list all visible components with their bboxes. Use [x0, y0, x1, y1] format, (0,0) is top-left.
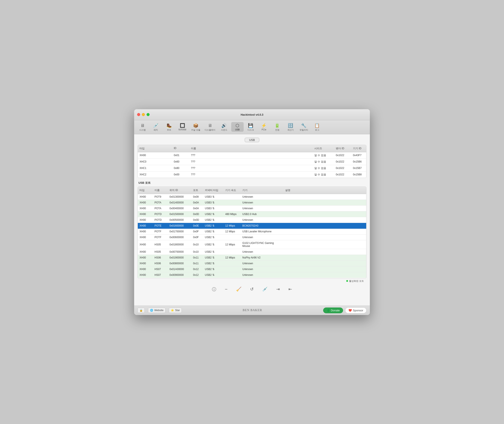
display-icon: 🖥 — [208, 123, 212, 128]
port-table-wrapper[interactable]: 타입 이름 위치 ID 포트 커넥터 타입 기기 속도 기기 설명 XH00 P… — [138, 187, 366, 279]
toolbar-item-log[interactable]: 📋 로그 — [311, 122, 323, 132]
sponsor-label: Sponsor — [353, 309, 363, 312]
cell-type: XHC0 — [138, 160, 172, 164]
import-button[interactable]: ⇥ — [276, 287, 280, 292]
lock-icon-button[interactable]: 🔒 — [138, 308, 145, 313]
toolbar-item-nvram[interactable]: 🔲 NVRAM — [176, 122, 189, 132]
usb-port-label: USB 포트 — [138, 181, 366, 185]
toolbar-label-system: 시스템 — [139, 129, 146, 131]
toolbar-label-usb: USB — [235, 129, 240, 131]
minimize-button[interactable] — [142, 113, 145, 116]
toolbar: 🖥 시스템 💉 패치 🥾 부트 🔲 NVRAM 📦 커널 모듈 🖥 디스플레이 … — [134, 120, 370, 134]
ph-port: 포트 — [191, 187, 203, 193]
nvram-icon: 🔲 — [180, 123, 185, 128]
donate-button[interactable]: 💲 Donate — [323, 307, 343, 313]
boot-icon: 🥾 — [166, 123, 172, 128]
header-id: ID — [172, 146, 189, 151]
port-row[interactable]: XHC0 PRT1 0x60100000 0x01 TypeC+Sw ⇅ Unk… — [138, 278, 366, 279]
export-button[interactable]: ⇤ — [288, 287, 292, 292]
toolbar-item-disk[interactable]: 💾 디스크 — [245, 122, 257, 132]
cell-series: 알 수 없음 — [313, 159, 334, 164]
toolbar-label-boot: 부트 — [167, 129, 171, 131]
cell-name: ??? — [189, 160, 313, 164]
port-row[interactable]: XH00 POTA 0x00400000 0x0A USB3 ⇅ Unknown — [138, 206, 366, 211]
lock-icon: 🔒 — [139, 309, 143, 312]
star-icon: ⭐ — [171, 309, 174, 312]
toolbar-item-patch[interactable]: 💉 패치 — [150, 122, 162, 132]
footer-right: 💲 Donate ❤️ Sponsor — [323, 307, 366, 313]
cell-series: 알 수 없음 — [313, 166, 334, 171]
port-row[interactable]: XH00 POTF 0x01700000 0x0F USB2 ⇅ 12 Mbps… — [138, 229, 366, 235]
controller-row[interactable]: XHC2 0x00 ??? 알 수 없음 0x1022 0x15B8 — [138, 172, 366, 178]
star-button[interactable]: ⭐ Star — [169, 308, 182, 313]
toolbar-label-nvram: NVRAM — [178, 129, 186, 131]
toolbar-item-calc[interactable]: 🔢 계산기 — [284, 122, 297, 132]
cell-vendor: 0x1022 — [334, 172, 351, 177]
port-row[interactable]: XH00 HS06 0x01900000 0x11 USB2 ⇅ 12 Mbps… — [138, 255, 366, 261]
controller-row[interactable]: XHC1 0x80 ??? 알 수 없음 0x1022 0x15B7 — [138, 165, 366, 172]
toolbar-item-power[interactable]: 🔋 전원 — [271, 122, 284, 132]
toolbar-item-boot[interactable]: 🥾 부트 — [163, 122, 175, 132]
clear-button[interactable]: 🧹 — [236, 287, 241, 292]
port-row[interactable]: XH00 HS05 0x00700000 0x10 USB2 ⇅ Unknown — [138, 249, 366, 255]
toolbar-item-utility[interactable]: 🔧 유틸리티 — [298, 122, 310, 132]
ph-speed: 기기 속도 — [223, 187, 241, 193]
fullscreen-button[interactable] — [147, 113, 150, 116]
port-row[interactable]: XH00 POT9 0x01300000 0x09 USB3 ⇅ Unknown — [138, 194, 366, 200]
cell-vendor: 0x1022 — [334, 160, 351, 164]
active-port-dot — [346, 280, 348, 282]
toolbar-label-sound: 사운드 — [221, 129, 227, 131]
port-row-selected[interactable]: XH00 POTE 0x01600000 0x0E USB2 ⇅ 12 Mbps… — [138, 223, 366, 229]
toolbar-item-display[interactable]: 🖥 디스플레이 — [203, 122, 217, 132]
port-row[interactable]: XH00 POTF 0x00600000 0x0F USB2 ⇅ Unknown — [138, 235, 366, 240]
port-row[interactable]: XH00 POTA 0x01400000 0x0A USB3 ⇅ Unknown — [138, 200, 366, 206]
footer: 🔒 🌐 Website ⭐ Star BEN BAKER 💲 Donate ❤️… — [134, 306, 370, 315]
info-button[interactable]: ⓘ — [212, 287, 216, 292]
website-label: Website — [154, 309, 164, 312]
active-port-label: 활성화된 포트 — [349, 280, 364, 283]
header-series: 시리즈 — [313, 146, 334, 151]
window-title: Hackintool v4.0.3 — [241, 113, 263, 116]
cell-series: 알 수 없음 — [313, 172, 334, 177]
ph-location: 위치 ID — [168, 187, 191, 193]
toolbar-label-pcie: PCIe — [262, 129, 266, 131]
usb-controllers-table: 타입 ID 이름 시리즈 벤더 ID 기기 ID XH00 0x01 ??? 알… — [138, 145, 366, 178]
port-row[interactable]: XH00 HS06 0x00800000 0x11 USB2 ⇅ Unknown — [138, 261, 366, 266]
cell-name: ??? — [189, 153, 313, 157]
port-table-header: 타입 이름 위치 ID 포트 커넥터 타입 기기 속도 기기 설명 — [138, 187, 366, 194]
action-bar: ⓘ − 🧹 ↺ 💉 ⇥ ⇤ — [138, 284, 366, 294]
remove-button[interactable]: − — [225, 287, 227, 292]
cell-id: 0x60 — [172, 160, 189, 164]
calc-icon: 🔢 — [288, 123, 293, 128]
toolbar-item-sound[interactable]: 🔊 사운드 — [218, 122, 230, 132]
inject-button[interactable]: 💉 — [262, 287, 268, 292]
ph-connector: 커넥터 타입 — [203, 187, 223, 193]
ph-name: 이름 — [153, 187, 168, 193]
main-window: Hackintool v4.0.3 🖥 시스템 💉 패치 🥾 부트 🔲 NVRA… — [134, 109, 370, 315]
cell-device: 0x15B7 — [351, 166, 366, 170]
port-row[interactable]: XH00 POTD 0x00500000 0x0D USB2 ⇅ Unknown — [138, 217, 366, 223]
section-title: USB — [245, 138, 259, 142]
toolbar-item-usb[interactable]: ⬡ USB — [231, 122, 244, 132]
cell-name: ??? — [189, 166, 313, 170]
controller-row[interactable]: XHC0 0x60 ??? 알 수 없음 0x1022 0x15B6 — [138, 159, 366, 165]
port-row[interactable]: XH00 HS07 0x00900000 0x12 USB2 ⇅ Unknown — [138, 272, 366, 278]
main-table-header: 타입 ID 이름 시리즈 벤더 ID 기기 ID — [138, 145, 366, 152]
toolbar-item-kext[interactable]: 📦 커널 모듈 — [189, 122, 202, 132]
controller-row[interactable]: XH00 0x01 ??? 알 수 없음 0x1022 0x43F7 — [138, 152, 366, 159]
port-row[interactable]: XH00 POTD 0x01500000 0x0D USB2 ⇅ 480 Mbp… — [138, 211, 366, 217]
website-button[interactable]: 🌐 Website — [148, 308, 165, 313]
toolbar-item-pcie[interactable]: ⚡ PCIe — [258, 122, 270, 132]
globe-icon: 🌐 — [150, 309, 153, 312]
port-row[interactable]: XH00 HS05 0x01800000 0x10 USB2 ⇅ 12 Mbps… — [138, 240, 366, 249]
toolbar-label-log: 로그 — [315, 129, 319, 131]
toolbar-item-system[interactable]: 🖥 시스템 — [136, 122, 149, 132]
refresh-button[interactable]: ↺ — [250, 287, 254, 292]
heart-icon: ❤️ — [348, 309, 352, 312]
kext-icon: 📦 — [193, 123, 198, 128]
ph-device: 기기 — [241, 187, 284, 193]
port-row[interactable]: XH00 HS07 0x01A00000 0x12 USB2 ⇅ Unknown — [138, 266, 366, 272]
star-label: Star — [175, 309, 180, 312]
sponsor-button[interactable]: ❤️ Sponsor — [345, 307, 366, 313]
close-button[interactable] — [137, 113, 140, 116]
